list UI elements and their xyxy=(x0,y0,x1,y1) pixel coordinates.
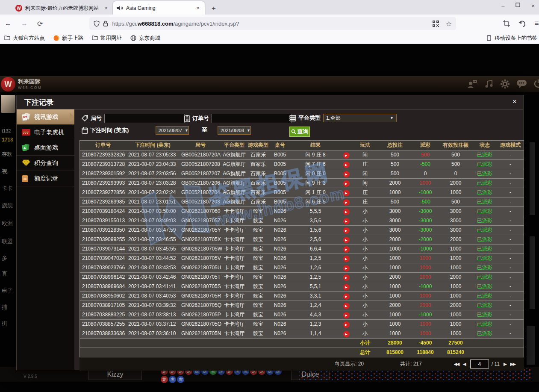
replay-button[interactable]: ▶ xyxy=(343,237,350,243)
bg-menu-item[interactable]: 多 xyxy=(2,254,7,262)
replay-button[interactable]: ▶ xyxy=(343,171,350,177)
status-cell: 已派彩 xyxy=(472,329,497,338)
payout-cell: 1000 xyxy=(412,254,439,263)
video-label[interactable]: 视 xyxy=(2,168,7,175)
status-cell: 已派彩 xyxy=(472,263,497,272)
shield-icon[interactable] xyxy=(94,21,100,27)
table-id-cell: N026 xyxy=(270,301,290,310)
w66-logo[interactable]: W xyxy=(1,77,15,91)
window-maximize-button[interactable] xyxy=(515,3,520,9)
window-close-button[interactable]: × xyxy=(531,3,535,9)
screenshot-crop-icon[interactable] xyxy=(503,20,510,27)
replay-button[interactable]: ▶ xyxy=(343,321,350,328)
music-icon[interactable] xyxy=(485,80,493,88)
bg-menu-item[interactable]: 街 xyxy=(2,320,7,327)
support-icon[interactable] xyxy=(467,80,477,88)
sidebar-item-table-games[interactable]: ♣ 桌面游戏 xyxy=(17,140,74,156)
gear-icon[interactable] xyxy=(501,80,510,88)
bg-menu-item[interactable]: 联盟 xyxy=(2,238,13,245)
mobile-bookmarks-item[interactable]: 移动设备上的书签 xyxy=(483,35,539,42)
status-cell: 已派彩 xyxy=(472,226,497,235)
round-id-cell: GB00521807207 xyxy=(179,169,222,178)
replay-button[interactable]: ▶ xyxy=(343,152,350,159)
forward-button[interactable]: → xyxy=(16,20,32,27)
replay-button[interactable]: ▶ xyxy=(343,303,350,309)
undo-arrow-icon[interactable] xyxy=(518,21,526,27)
bg-menu-item[interactable]: 电子 xyxy=(2,287,13,295)
game-type-cell: 骰宝 xyxy=(247,329,270,338)
new-tab-button[interactable]: + xyxy=(209,4,218,13)
date-from-select[interactable]: 2021/08/07 ▼ xyxy=(156,126,189,135)
bg-menu-item[interactable]: 卡卡 xyxy=(2,185,13,192)
table-id-cell: N026 xyxy=(270,235,290,244)
bg-menu-item[interactable]: 直 xyxy=(2,270,7,278)
replay-button[interactable]: ▶ xyxy=(343,246,350,253)
replay-button[interactable]: ▶ xyxy=(343,180,350,187)
deposit-label[interactable]: 存款 xyxy=(2,150,12,158)
payout-cell: 1000 xyxy=(412,292,439,301)
sidebar-item-slots[interactable]: 777 电子老虎机 xyxy=(17,125,74,140)
tab-close-icon[interactable]: × xyxy=(196,5,200,11)
total-bet-cell: 1000 xyxy=(378,329,412,338)
url-bar[interactable]: https://gci.w668818.com/agingame/pcv1/in… xyxy=(89,17,456,30)
replay-button[interactable]: ▶ xyxy=(343,284,350,290)
tab-close-icon[interactable]: × xyxy=(104,5,109,11)
bg-menu-item[interactable]: 旗舰 xyxy=(2,202,13,209)
platform-cell: AG旗舰厅 xyxy=(222,150,247,159)
sidebar-item-points[interactable]: 积分查询 xyxy=(17,156,74,171)
order-id-input[interactable] xyxy=(212,114,292,123)
bg-menu-item[interactable]: 捕 xyxy=(2,304,7,311)
replay-button[interactable]: ▶ xyxy=(343,312,350,318)
bookmark-item[interactable]: 京东商城 xyxy=(126,35,165,42)
replay-button[interactable]: ▶ xyxy=(343,331,350,337)
result-cell: 1,2,4 xyxy=(290,301,341,310)
bet-time-cell: 2021-08-07 03:50:00 xyxy=(126,207,179,216)
replay-button[interactable]: ▶ xyxy=(343,162,350,168)
gem-icon xyxy=(22,159,30,167)
bookmark-item[interactable]: 常用网址 xyxy=(88,35,126,42)
prev-page-button[interactable]: ◀ xyxy=(461,362,468,366)
power-icon[interactable] xyxy=(534,80,539,88)
url-text[interactable]: https://gci.w668818.com/agingame/pcv1/in… xyxy=(112,21,239,27)
replay-button[interactable]: ▶ xyxy=(343,218,350,224)
sidebar-item-quota-records[interactable]: 额度记录 xyxy=(17,171,74,186)
round-id-input[interactable] xyxy=(104,114,185,123)
replay-button[interactable]: ▶ xyxy=(343,227,350,234)
replay-button[interactable]: ▶ xyxy=(343,256,350,262)
result-cell: 闲 9 庄 3 xyxy=(290,179,341,188)
next-page-button[interactable]: ▶ xyxy=(501,362,508,366)
browser-tab-asia-gaming[interactable]: Asia Gaming × xyxy=(113,1,205,15)
window-minimize-button[interactable]: – xyxy=(501,3,504,9)
back-button[interactable]: ← xyxy=(0,20,16,27)
date-to-select[interactable]: 2021/08/08 ▼ xyxy=(218,126,251,135)
bookmark-item[interactable]: 新手上路 xyxy=(49,35,88,42)
payout-cell: -2000 xyxy=(412,235,439,244)
replay-button[interactable]: ▶ xyxy=(343,274,350,281)
replay-button[interactable]: ▶ xyxy=(343,199,350,206)
last-page-button[interactable]: ▶▶ xyxy=(508,362,517,366)
replay-button[interactable]: ▶ xyxy=(343,190,350,196)
modal-close-button[interactable]: × xyxy=(510,97,519,106)
reload-button[interactable]: ⟳ xyxy=(32,20,47,28)
page-number-input[interactable] xyxy=(470,360,489,368)
play-type-cell: 小 xyxy=(352,216,378,225)
replay-button[interactable]: ▶ xyxy=(343,209,350,215)
qr-code-icon[interactable] xyxy=(433,21,439,27)
bg-menu-item[interactable]: 欧洲 xyxy=(2,220,13,227)
platform-type-select[interactable]: 1.全部 ▼ xyxy=(323,114,397,122)
chat-icon[interactable] xyxy=(517,80,527,88)
bookmark-item[interactable]: 火狐官方站点 xyxy=(0,35,49,42)
replay-button[interactable]: ▶ xyxy=(343,265,350,271)
hamburger-menu-icon[interactable]: ≡ xyxy=(534,19,539,28)
per-page-label: 每页显示: 20 xyxy=(335,360,364,368)
bookmark-star-icon[interactable]: ☆ xyxy=(446,20,452,28)
search-button[interactable]: 查询 xyxy=(289,127,310,137)
first-page-button[interactable]: ◀◀ xyxy=(452,362,461,366)
status-cell: 已派彩 xyxy=(472,188,497,197)
game-mode-cell: - xyxy=(497,207,524,216)
sidebar-item-live-games[interactable]: K♥ 视讯游戏 xyxy=(17,109,74,125)
browser-tab-w66[interactable]: W 利来国际-最给力的老牌博彩网站 × xyxy=(11,2,113,15)
lock-icon[interactable] xyxy=(103,21,108,27)
to-label: 至 xyxy=(202,126,207,134)
replay-button[interactable]: ▶ xyxy=(343,293,350,300)
